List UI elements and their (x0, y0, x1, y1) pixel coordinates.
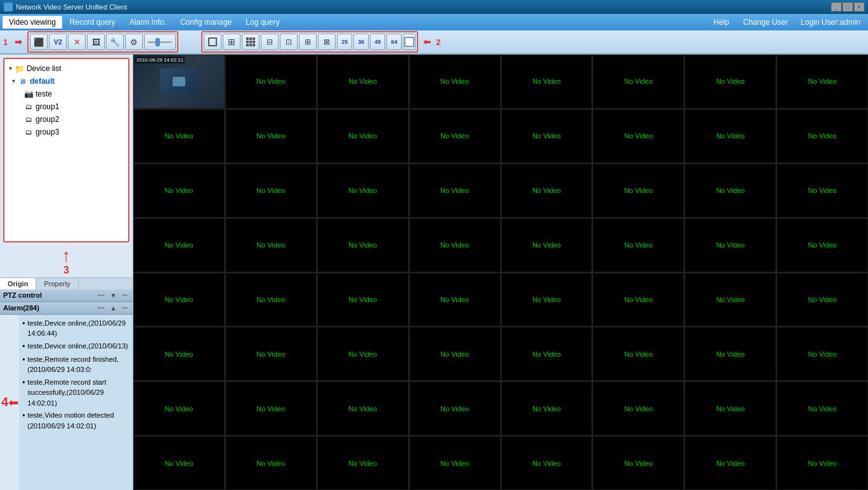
video-cell[interactable]: No Video (317, 55, 409, 109)
video-cell[interactable]: No Video (225, 55, 317, 109)
menu-video-viewing[interactable]: Video viewing (3, 16, 62, 29)
video-cell[interactable]: No Video (317, 218, 409, 272)
video-cell[interactable]: No Video (685, 381, 776, 435)
alarm-menu-button[interactable]: ··· (121, 304, 129, 312)
num-25-button[interactable]: 25 (337, 34, 352, 50)
video-cell[interactable]: No Video (409, 327, 501, 381)
v2-button[interactable]: V2 (49, 34, 67, 50)
layout-2x2-button[interactable]: ⊞ (223, 34, 240, 50)
video-cell[interactable]: No Video (409, 55, 501, 109)
config-button[interactable]: ⚙ (125, 34, 143, 50)
video-cell[interactable]: No Video (685, 218, 776, 272)
video-cell[interactable]: No Video (225, 109, 317, 163)
video-cell[interactable]: No Video (777, 381, 868, 435)
video-cell[interactable]: No Video (777, 218, 868, 272)
video-cell[interactable]: No Video (685, 55, 776, 109)
layout-1x1-button[interactable] (204, 34, 221, 50)
video-cell[interactable]: No Video (685, 327, 776, 381)
video-cell[interactable]: No Video (133, 327, 225, 381)
close-all-button[interactable]: ✕ (68, 34, 86, 50)
video-cell[interactable]: No Video (225, 273, 317, 327)
video-cell[interactable]: No Video (593, 164, 684, 218)
tree-item-root[interactable]: ▼ 📁 Device list (8, 62, 125, 75)
ptz-down-button[interactable]: ▼ (109, 291, 119, 300)
tree-item-teste[interactable]: 📷 teste (23, 88, 125, 100)
alarm-dots-button[interactable]: ···· (96, 304, 107, 312)
video-cell[interactable]: No Video (133, 436, 225, 490)
video-cell[interactable]: No Video (501, 327, 593, 381)
video-cell[interactable]: No Video (501, 164, 593, 218)
video-cell[interactable]: No Video (225, 218, 317, 272)
num-36-button[interactable]: 36 (353, 34, 369, 50)
tree-item-group3[interactable]: 🗂 group3 (23, 126, 125, 138)
video-cell[interactable]: No Video (593, 109, 684, 163)
video-cell[interactable]: No Video (593, 218, 684, 272)
video-cell[interactable]: No Video (409, 164, 501, 218)
tab-origin[interactable]: Origin (0, 278, 36, 289)
video-cell[interactable]: No Video (501, 273, 593, 327)
tab-property[interactable]: Property (36, 278, 79, 289)
video-cell[interactable]: No Video (501, 218, 593, 272)
num-64-button[interactable]: 64 (386, 34, 402, 50)
video-cell[interactable]: No Video (317, 436, 409, 490)
video-cell[interactable]: No Video (501, 109, 593, 163)
video-cell[interactable]: No Video (317, 273, 409, 327)
window-controls[interactable]: _ □ × (831, 3, 864, 11)
video-cell[interactable]: No Video (225, 436, 317, 490)
video-cell[interactable]: No Video (593, 436, 684, 490)
video-cell[interactable]: No Video (133, 381, 225, 435)
snapshot-button[interactable]: 🖼 (87, 34, 105, 50)
video-cell[interactable]: No Video (777, 109, 868, 163)
video-cell[interactable]: No Video (317, 327, 409, 381)
video-cell[interactable]: No Video (685, 273, 776, 327)
checkbox-toggle-button[interactable] (403, 34, 416, 50)
video-cell[interactable]: No Video (685, 164, 776, 218)
alarm-up-button[interactable]: ▲ (109, 304, 119, 312)
video-cell[interactable]: No Video (777, 164, 868, 218)
video-cell[interactable]: No Video (409, 273, 501, 327)
video-cell[interactable]: No Video (409, 436, 501, 490)
menu-config-manage[interactable]: Config manage (174, 16, 238, 29)
slider-button[interactable] (144, 34, 176, 50)
video-cell[interactable]: No Video (133, 164, 225, 218)
num-49-button[interactable]: 49 (370, 34, 385, 50)
video-cell[interactable]: No Video (409, 109, 501, 163)
tree-item-group1[interactable]: 🗂 group1 (23, 100, 125, 113)
menu-log-query[interactable]: Log query (239, 16, 286, 29)
device-tree[interactable]: ▼ 📁 Device list ▼ 🖥 default 📷 teste 🗂 gr… (3, 58, 129, 242)
video-cell[interactable]: No Video (593, 381, 684, 435)
video-cell[interactable]: No Video (409, 218, 501, 272)
minimize-button[interactable]: _ (831, 3, 841, 11)
video-cell[interactable]: No Video (501, 381, 593, 435)
tree-item-default[interactable]: ▼ 🖥 default (11, 75, 125, 88)
video-cell[interactable]: No Video (317, 381, 409, 435)
video-cell[interactable]: No Video (317, 109, 409, 163)
ptz-menu-button[interactable]: ··· (121, 291, 129, 300)
layout-5x5b-button[interactable]: ⊠ (318, 34, 336, 50)
video-cell[interactable]: No Video (317, 164, 409, 218)
ptz-controls[interactable]: ···· ▼ ··· (96, 291, 129, 300)
maximize-button[interactable]: □ (843, 3, 853, 11)
layout-3x3b-button[interactable]: ⊟ (261, 34, 279, 50)
video-cell[interactable]: No Video (777, 55, 868, 109)
layout-5x5a-button[interactable]: ⊞ (299, 34, 317, 50)
video-cell[interactable]: No Video (133, 109, 225, 163)
ptz-dots-button[interactable]: ···· (96, 291, 107, 300)
video-cell[interactable]: No Video (133, 273, 225, 327)
menu-record-query[interactable]: Record query (63, 16, 122, 29)
fullscreen-button[interactable]: ⬛ (30, 34, 48, 50)
video-cell[interactable]: No Video (593, 273, 684, 327)
menu-help[interactable]: Help (707, 16, 736, 29)
video-cell[interactable]: No Video (777, 273, 868, 327)
video-cell[interactable]: No Video (225, 164, 317, 218)
video-cell[interactable]: No Video (133, 218, 225, 272)
video-cell[interactable]: 2010-06-29 14:02:11 (133, 55, 225, 109)
alarm-controls[interactable]: ···· ▲ ··· (96, 304, 129, 312)
video-cell[interactable]: No Video (225, 327, 317, 381)
video-cell[interactable]: No Video (777, 436, 868, 490)
video-cell[interactable]: No Video (501, 55, 593, 109)
tree-item-group2[interactable]: 🗂 group2 (23, 113, 125, 126)
layout-4x4-button[interactable]: ⊡ (280, 34, 298, 50)
video-cell[interactable]: No Video (593, 327, 684, 381)
video-cell[interactable]: No Video (501, 436, 593, 490)
